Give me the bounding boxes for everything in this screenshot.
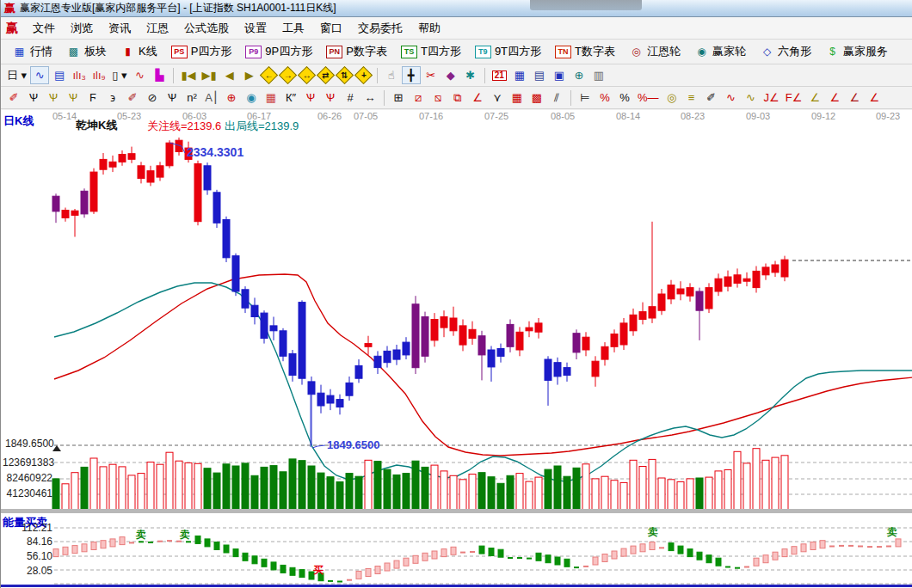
winner-wheel-button[interactable]: ◉赢家轮 — [688, 42, 752, 61]
pencil-tool[interactable]: ✐ — [4, 89, 23, 107]
chart-wave-button[interactable]: ∿ — [30, 66, 49, 84]
angle-tool[interactable]: ∠ — [468, 89, 487, 107]
bars9-button[interactable]: ılı₉ — [89, 66, 108, 84]
measure-tool-button[interactable]: ✂ — [422, 66, 441, 84]
menu-item-9[interactable]: 帮助 — [410, 18, 448, 39]
menu-item-2[interactable]: 资讯 — [101, 18, 139, 39]
info-doc-button[interactable]: ▤ — [50, 66, 69, 84]
curve5-tool[interactable]: ϶ — [103, 89, 122, 107]
menu-item-4[interactable]: 公式选股 — [176, 18, 237, 39]
candle-body — [696, 291, 703, 310]
menu-item-7[interactable]: 窗口 — [312, 18, 350, 39]
parallel-tool[interactable]: ⫽ — [547, 89, 566, 107]
sectors-button[interactable]: ▩板块 — [60, 42, 113, 61]
last-button[interactable]: ▶▮ — [200, 66, 219, 84]
ruler-tool[interactable]: # — [341, 89, 360, 107]
ying-comb-tool[interactable]: Ѱ — [321, 89, 340, 107]
menu-item-1[interactable]: 浏览 — [63, 18, 101, 39]
first-button[interactable]: ▮◀ — [178, 66, 198, 84]
gold-angle-tool[interactable]: ∠ — [805, 89, 824, 107]
chart-area[interactable]: 日K线 乾坤K线 关注线=2139.6 出局线=2139.9 2334.3301… — [1, 110, 912, 588]
prev-button[interactable]: ◀ — [220, 66, 239, 84]
t-square-button[interactable]: TST四方形 — [395, 42, 467, 61]
hexagon-button[interactable]: ◇六角形 — [754, 42, 817, 61]
title-bar[interactable]: 赢 赢家江恩专业版[赢家内部服务平台] - [上证指数 SH1A0001-111… — [1, 0, 912, 17]
red-grid-tool[interactable]: ▦ — [508, 89, 527, 107]
vertical-button[interactable]: ⇅ — [336, 66, 354, 84]
gold-comb2-tool[interactable]: Ѱ — [64, 89, 83, 107]
j-angle-tool[interactable]: J∠ — [761, 89, 782, 107]
figure-tool-button[interactable]: ◆ — [441, 66, 460, 84]
circle-cross-tool[interactable]: ⊕ — [222, 89, 241, 107]
gann-wheel-button[interactable]: ◎江恩轮 — [623, 42, 687, 61]
n2-tool[interactable]: n² — [182, 89, 201, 107]
red-wave-button[interactable]: ∿ — [130, 66, 149, 84]
pan-right-button[interactable]: → — [279, 66, 297, 84]
a-line-tool[interactable]: A⎮ — [202, 89, 221, 107]
period-dropdown[interactable]: 日 ▾ — [4, 66, 29, 84]
9p-square-button[interactable]: P99P四方形 — [239, 42, 318, 61]
candle-body — [677, 289, 684, 294]
hand-tool-button[interactable]: ☝ — [382, 66, 401, 84]
f-comb-tool[interactable]: Ϝ — [83, 89, 102, 107]
p-square-button[interactable]: PSP四方形 — [165, 42, 238, 61]
9t-square-button[interactable]: T99T四方形 — [469, 42, 547, 61]
expand-button[interactable]: ↔ — [298, 66, 316, 84]
save-button[interactable]: ▣ — [550, 66, 569, 84]
gold-lines-tool[interactable]: ≡ — [682, 89, 701, 107]
calculator-button[interactable]: ▦ — [510, 66, 529, 84]
clock-tool[interactable]: ⊘ — [143, 89, 162, 107]
box-tool[interactable]: ⊞ — [389, 89, 408, 107]
center-button[interactable]: + — [354, 66, 373, 84]
menu-item-6[interactable]: 工具 — [274, 18, 312, 39]
percent-tool[interactable]: % — [615, 89, 634, 107]
brain-tool-button[interactable]: ✱ — [461, 66, 480, 84]
histogram-button[interactable]: ▙ — [150, 66, 169, 84]
shen-angle-tool[interactable]: ∠ — [825, 89, 844, 107]
shen-comb-tool[interactable]: Ѱ — [301, 89, 320, 107]
t-number-button[interactable]: TNT数字表 — [549, 42, 621, 61]
notepad-button[interactable]: ▤ — [530, 66, 549, 84]
pane-separator[interactable] — [1, 509, 912, 513]
red-grid2-tool[interactable]: ▩ — [527, 89, 546, 107]
fan-box-tool[interactable]: ⧅ — [428, 89, 447, 107]
menu-item-8[interactable]: 交易委托 — [350, 18, 410, 39]
pencil2-tool[interactable]: ✐ — [123, 89, 142, 107]
gold-comb-tool[interactable]: Ѱ — [44, 89, 63, 107]
percent-table-tool[interactable]: ⊨ — [576, 89, 595, 107]
wave-red-tool[interactable]: ∿ — [722, 89, 741, 107]
next-button[interactable]: ▶ — [240, 66, 259, 84]
wave-gold-tool[interactable]: ∿ — [742, 89, 761, 107]
calendar-button[interactable]: 21 — [490, 66, 509, 84]
web-button[interactable]: ⊕ — [570, 66, 588, 84]
four-angle-tool[interactable]: ∠ — [865, 89, 884, 107]
grid-circle-tool[interactable]: ▦ — [262, 89, 280, 107]
percent-line-tool[interactable]: % — [595, 89, 614, 107]
ying-angle-tool[interactable]: ∠ — [845, 89, 864, 107]
pen-tool[interactable]: ✐ — [702, 89, 721, 107]
menu-item-5[interactable]: 设置 — [237, 18, 274, 39]
bars3-button[interactable]: ılı₃ — [70, 66, 89, 84]
fan-tool[interactable]: ⧄ — [409, 89, 428, 107]
menu-item-0[interactable]: 文件 — [25, 18, 63, 39]
print-button[interactable]: ▥ — [589, 66, 608, 84]
pan-left-button[interactable]: ← — [260, 66, 278, 84]
comb-tool[interactable]: Ѱ — [24, 89, 43, 107]
candle-style-dropdown[interactable]: ▯ ▾ — [109, 66, 129, 84]
swap-button[interactable]: ⇄ — [317, 66, 335, 84]
v-line-tool[interactable]: ⋎ — [488, 89, 507, 107]
fan-grid-tool[interactable]: ⧉ — [448, 89, 467, 107]
percent-level-tool[interactable]: %— — [635, 89, 662, 107]
comb-small-tool[interactable]: Ѱ — [163, 89, 182, 107]
p-number-button[interactable]: PNP数字表 — [320, 42, 393, 61]
hspan-tool[interactable]: ↔ — [360, 89, 379, 107]
f-angle-tool[interactable]: F∠ — [783, 89, 805, 107]
crosshair-tool-button[interactable]: ╋ — [402, 66, 421, 84]
winner-service-button[interactable]: $赢家服务 — [819, 42, 894, 61]
menu-item-3[interactable]: 江恩 — [139, 18, 176, 39]
kline-button[interactable]: ▮K线 — [114, 42, 163, 61]
gold-circle-tool[interactable]: ◎ — [662, 89, 681, 107]
quotes-button[interactable]: ▦行情 — [6, 42, 59, 61]
k2-tool[interactable]: К″ — [281, 89, 300, 107]
star-circle-tool[interactable]: ◉ — [242, 89, 261, 107]
